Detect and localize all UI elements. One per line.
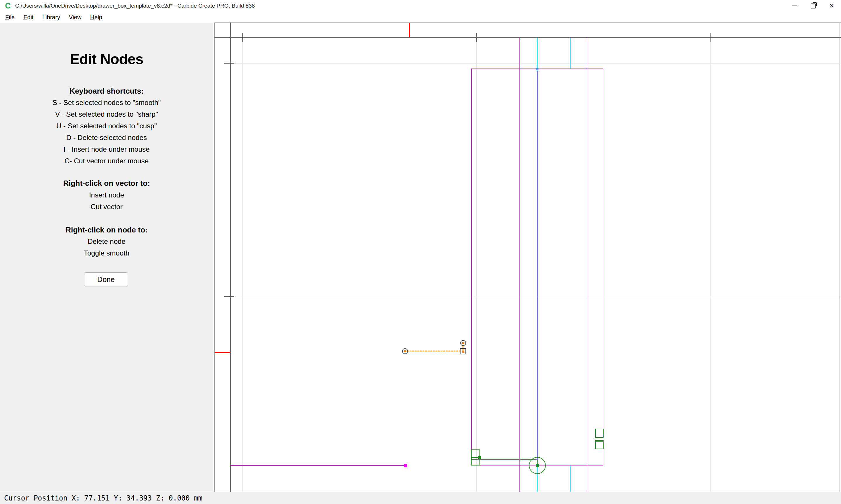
restore-icon <box>811 3 816 8</box>
grid-line-horizontal <box>231 296 840 297</box>
menu-file[interactable]: File <box>1 12 19 22</box>
menu-view[interactable]: View <box>65 12 86 22</box>
control-handle-line-h <box>407 350 461 352</box>
grid-line-horizontal <box>231 63 840 64</box>
close-button[interactable]: ✕ <box>822 0 841 12</box>
ruler-tick <box>242 33 243 42</box>
done-button[interactable]: Done <box>84 272 128 286</box>
window-controls: ✕ <box>785 0 841 12</box>
vector-vertical-blue[interactable] <box>537 71 537 465</box>
vector-header: Right-click on vector to: <box>0 177 213 189</box>
vector-vertical-purple[interactable] <box>519 38 519 492</box>
window-title: C:/Users/willa/OneDrive/Desktop/drawer_b… <box>15 3 255 9</box>
ruler-tick <box>224 63 234 64</box>
canvas-top-border <box>214 22 841 23</box>
minimize-button[interactable] <box>785 0 804 12</box>
ruler-horizontal <box>214 37 841 38</box>
menu-bar: File Edit Library View Help <box>0 12 841 23</box>
vector-vertical-cyan[interactable] <box>570 38 571 69</box>
vector-vertical-purple[interactable] <box>587 38 587 492</box>
edit-nodes-panel: Edit Nodes Keyboard shortcuts: S - Set s… <box>0 23 213 492</box>
application-window: C C:/Users/willa/OneDrive/Desktop/drawer… <box>0 0 841 504</box>
node-magenta-square[interactable] <box>404 464 407 467</box>
ruler-left-outer-line <box>214 22 215 492</box>
ruler-tick <box>476 33 477 42</box>
vector-rect-top[interactable] <box>471 69 603 69</box>
shortcut-line: U - Set selected nodes to "cusp" <box>0 120 213 132</box>
canvas-right-border <box>840 22 840 492</box>
vector-item: Cut vector <box>0 201 213 213</box>
vector-rect-right[interactable] <box>603 69 603 466</box>
shortcut-line: C- Cut vector under mouse <box>0 155 213 167</box>
grid-line-vertical <box>476 38 477 492</box>
canvas[interactable] <box>214 23 841 492</box>
control-point-dot <box>462 342 464 344</box>
grid-line-vertical <box>242 38 243 492</box>
node-item: Delete node <box>0 236 213 247</box>
menu-library[interactable]: Library <box>38 12 65 22</box>
shortcut-line: V - Set selected nodes to "sharp" <box>0 108 213 120</box>
restore-button[interactable] <box>804 0 822 12</box>
menu-edit[interactable]: Edit <box>19 12 38 22</box>
ruler-marker-x <box>409 23 410 37</box>
vector-green-line[interactable] <box>595 440 604 441</box>
ruler-marker-y <box>214 352 230 353</box>
grid-line-vertical <box>710 38 711 492</box>
shortcut-line: D - Delete selected nodes <box>0 132 213 144</box>
shortcut-line: S - Set selected nodes to "smooth" <box>0 97 213 108</box>
menu-help[interactable]: Help <box>86 12 107 22</box>
node-item: Toggle smooth <box>0 247 213 259</box>
vector-rect-left[interactable] <box>471 69 471 466</box>
vector-vertical-cyan[interactable] <box>537 38 537 69</box>
shortcuts-header: Keyboard shortcuts: <box>0 85 213 97</box>
close-icon: ✕ <box>829 3 834 9</box>
node-green-square[interactable] <box>478 456 481 459</box>
ruler-vertical <box>230 22 231 492</box>
control-point-dot <box>404 350 406 352</box>
node-green-square[interactable] <box>536 464 539 467</box>
vector-selected-magenta[interactable] <box>231 465 406 466</box>
vector-green-rect-right-bottom[interactable] <box>595 441 604 449</box>
app-icon: C <box>3 1 12 10</box>
node-header: Right-click on node to: <box>0 224 213 236</box>
ruler-tick <box>710 33 711 42</box>
shortcut-line: I - Insert node under mouse <box>0 144 213 155</box>
vector-item: Insert node <box>0 189 213 201</box>
title-bar: C C:/Users/willa/OneDrive/Desktop/drawer… <box>0 0 841 12</box>
ruler-tick <box>224 296 234 297</box>
vector-vertical-cyan[interactable] <box>570 466 571 492</box>
vector-green-rect-right-top[interactable] <box>595 429 604 438</box>
vector-green-long-line[interactable] <box>471 460 537 460</box>
vector-green-line[interactable] <box>595 439 604 439</box>
panel-title: Edit Nodes <box>0 51 213 68</box>
status-bar: Cursor Position X: 77.151 Y: 34.393 Z: 0… <box>0 492 841 504</box>
cursor-position-readout: Cursor Position X: 77.151 Y: 34.393 Z: 0… <box>4 494 202 502</box>
minimize-icon <box>792 5 797 6</box>
control-point-dot <box>462 350 464 353</box>
